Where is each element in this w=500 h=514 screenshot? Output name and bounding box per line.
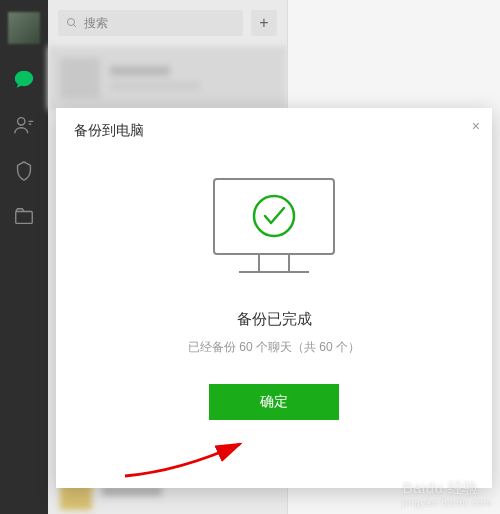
close-icon[interactable]: ×	[472, 118, 480, 134]
search-placeholder: 搜索	[84, 15, 108, 32]
watermark: Baidu 经验 jingyan.baidu.com	[402, 479, 492, 508]
backup-modal: 备份到电脑 × 备份已完成 已经备份 60 个聊天（共 60 个） 确定	[56, 108, 492, 488]
check-circle-icon	[254, 196, 294, 236]
svg-point-0	[18, 118, 25, 125]
svg-rect-4	[214, 179, 334, 254]
ok-button-label: 确定	[260, 393, 288, 411]
status-title: 备份已完成	[237, 310, 312, 329]
status-subtitle: 已经备份 60 个聊天（共 60 个）	[188, 339, 360, 356]
search-input[interactable]: 搜索	[58, 10, 243, 36]
add-button[interactable]: +	[251, 10, 277, 36]
monitor-illustration	[199, 174, 349, 288]
collect-icon[interactable]	[13, 160, 35, 182]
contacts-icon[interactable]	[13, 114, 35, 136]
ok-button[interactable]: 确定	[209, 384, 339, 420]
sidebar	[0, 0, 48, 514]
search-icon	[66, 17, 78, 29]
avatar[interactable]	[8, 12, 40, 44]
files-icon[interactable]	[13, 206, 35, 228]
svg-rect-1	[16, 212, 33, 224]
chat-list-item[interactable]	[48, 46, 287, 110]
chat-icon[interactable]	[13, 68, 35, 90]
svg-line-3	[74, 25, 77, 28]
svg-point-2	[68, 19, 75, 26]
modal-title: 备份到电脑	[74, 122, 144, 138]
